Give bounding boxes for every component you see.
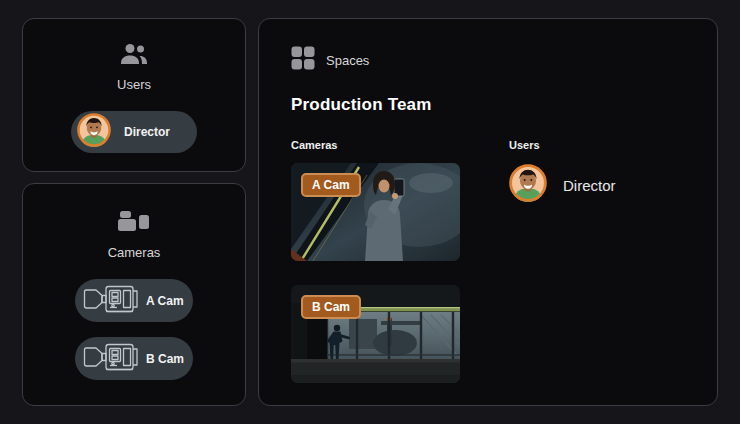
camera-feed-list: A Cam <box>291 163 460 383</box>
cameras-panel: Cameras <box>22 183 246 406</box>
camera-chip-a-cam[interactable]: A Cam <box>75 279 193 322</box>
spaces-header-label: Spaces <box>326 53 369 68</box>
users-panel-title: Users <box>117 77 151 92</box>
cameras-section: Cameras <box>291 139 460 383</box>
camera-chip-label: B Cam <box>146 352 184 366</box>
member-row-director[interactable]: Director <box>509 164 616 206</box>
camera-feed-b-badge: B Cam <box>301 295 361 319</box>
video-camera-icon <box>117 208 151 238</box>
cinema-camera-icon <box>83 282 139 320</box>
camera-feed-a-thumbnail[interactable]: A Cam <box>291 163 460 261</box>
space-title: Production Team <box>291 95 685 115</box>
sidebar: Users Director <box>22 18 246 406</box>
cameras-section-label: Cameras <box>291 139 460 151</box>
users-section-label: Users <box>509 139 616 151</box>
camera-feed-a-badge: A Cam <box>301 173 361 197</box>
director-avatar <box>77 113 111 151</box>
users-icon <box>119 42 149 70</box>
grid-icon <box>291 46 315 74</box>
cinema-camera-icon <box>83 340 139 378</box>
member-name: Director <box>563 177 616 194</box>
camera-feed-b-thumbnail[interactable]: B Cam <box>291 285 460 383</box>
cameras-panel-title: Cameras <box>108 245 161 260</box>
user-chip-director[interactable]: Director <box>71 111 197 153</box>
camera-chip-label: A Cam <box>146 294 184 308</box>
director-avatar <box>509 164 547 206</box>
camera-chip-b-cam[interactable]: B Cam <box>75 337 193 380</box>
users-panel: Users Director <box>22 18 246 172</box>
spaces-header: Spaces <box>291 46 685 74</box>
camera-chip-list: A Cam <box>75 279 193 380</box>
space-panel: Spaces Production Team Cameras <box>258 18 718 406</box>
users-section: Users <box>509 139 616 383</box>
space-content: Cameras <box>291 139 685 383</box>
app-root: Users Director <box>0 0 740 424</box>
user-chip-label: Director <box>124 125 170 139</box>
